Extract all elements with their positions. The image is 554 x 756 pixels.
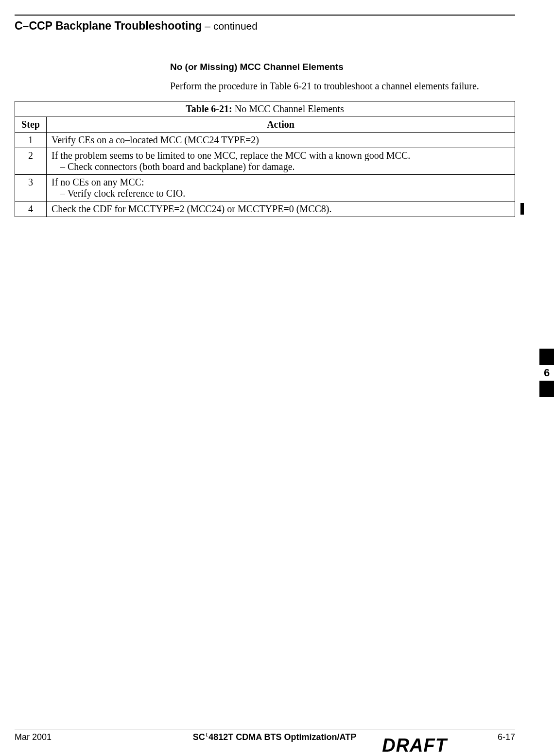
table-row: 4 Check the CDF for MCCTYPE=2 (MCC24) or… (15, 202, 515, 217)
page-title-row: C–CCP Backplane Troubleshooting – contin… (15, 19, 515, 33)
step-number: 1 (15, 133, 47, 148)
step-number: 2 (15, 148, 47, 175)
change-bar-icon (520, 203, 524, 215)
footer-doc-title: SCt4812T CDMA BTS Optimization/ATP (193, 732, 356, 742)
tab-label: 6 (539, 365, 554, 381)
action-text: Verify CEs on a co–located MCC (MCC24 TY… (52, 134, 510, 146)
col-header-step: Step (15, 117, 47, 133)
table-caption-text: No MCC Channel Elements (232, 103, 344, 114)
step-action: If the problem seems to be limited to on… (47, 148, 515, 175)
draft-watermark: DRAFT (382, 735, 447, 756)
footer-date: Mar 2001 (15, 732, 52, 742)
table-caption: Table 6-21: No MCC Channel Elements (15, 101, 515, 117)
footer-suffix: 4812T CDMA BTS Optimization/ATP (208, 732, 356, 742)
tab-block-top (539, 349, 554, 365)
table-row: 3 If no CEs on any MCC: – Verify clock r… (15, 175, 515, 202)
footer-rule (15, 729, 515, 729)
action-bullet: – Check connectors (both board and backp… (52, 161, 510, 172)
step-action: Check the CDF for MCCTYPE=2 (MCC24) or M… (47, 202, 515, 217)
table-caption-label: Table 6-21: (186, 103, 232, 114)
section-tab: 6 (539, 349, 554, 397)
table-row: 2 If the problem seems to be limited to … (15, 148, 515, 175)
tab-block-bottom (539, 381, 554, 397)
col-header-action: Action (47, 117, 515, 133)
action-text: Check the CDF for MCCTYPE=2 (MCC24) or M… (52, 203, 510, 215)
action-bullet: – Verify clock reference to CIO. (52, 188, 510, 199)
step-action: If no CEs on any MCC: – Verify clock ref… (47, 175, 515, 202)
section-heading: No (or Missing) MCC Channel Elements (170, 62, 515, 72)
step-number: 3 (15, 175, 47, 202)
footer-prefix: SC (193, 732, 205, 742)
page-title-suffix: – continued (202, 20, 258, 32)
table-row: 1 Verify CEs on a co–located MCC (MCC24 … (15, 133, 515, 148)
step-number: 4 (15, 202, 47, 217)
trademark-icon: t (206, 732, 208, 738)
step-action: Verify CEs on a co–located MCC (MCC24 TY… (47, 133, 515, 148)
action-text: If no CEs on any MCC: (52, 177, 510, 188)
header-rule (15, 15, 515, 16)
procedure-table: Table 6-21: No MCC Channel Elements Step… (15, 101, 515, 217)
footer-page-number: 6-17 (498, 732, 515, 742)
section-paragraph: Perform the procedure in Table 6-21 to t… (170, 80, 481, 92)
page-title: C–CCP Backplane Troubleshooting (15, 19, 202, 32)
action-text: If the problem seems to be limited to on… (52, 150, 510, 161)
